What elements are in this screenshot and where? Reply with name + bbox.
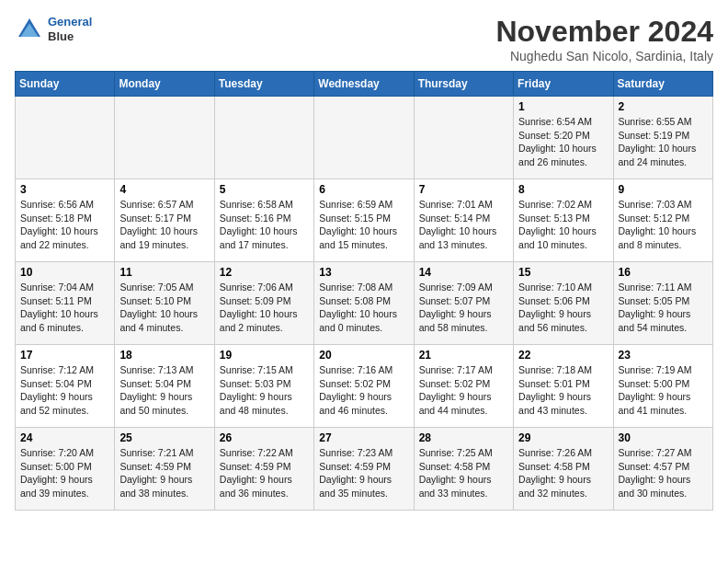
day-info: Sunrise: 7:04 AM Sunset: 5:11 PM Dayligh… [20,281,109,335]
calendar-cell: 6Sunrise: 6:59 AM Sunset: 5:15 PM Daylig… [314,179,414,262]
calendar-cell: 30Sunrise: 7:27 AM Sunset: 4:57 PM Dayli… [613,428,712,511]
week-row-2: 3Sunrise: 6:56 AM Sunset: 5:18 PM Daylig… [16,179,713,262]
day-info: Sunrise: 7:05 AM Sunset: 5:10 PM Dayligh… [119,281,209,335]
day-number: 8 [518,183,608,196]
page-header: General Blue November 2024 Nughedu San N… [15,15,713,63]
day-number: 11 [119,266,209,279]
calendar-cell: 11Sunrise: 7:05 AM Sunset: 5:10 PM Dayli… [115,262,214,345]
day-info: Sunrise: 6:56 AM Sunset: 5:18 PM Dayligh… [20,198,109,252]
week-row-3: 10Sunrise: 7:04 AM Sunset: 5:11 PM Dayli… [16,262,713,345]
day-info: Sunrise: 7:08 AM Sunset: 5:08 PM Dayligh… [319,281,408,335]
calendar-cell: 5Sunrise: 6:58 AM Sunset: 5:16 PM Daylig… [214,179,313,262]
day-info: Sunrise: 6:57 AM Sunset: 5:17 PM Dayligh… [119,198,209,252]
calendar-cell [214,97,313,179]
day-number: 22 [518,349,608,362]
weekday-header-friday: Friday [514,72,613,97]
day-number: 19 [220,349,309,362]
weekday-header-tuesday: Tuesday [214,72,313,97]
calendar-cell: 12Sunrise: 7:06 AM Sunset: 5:09 PM Dayli… [214,262,313,345]
day-number: 30 [619,431,708,444]
calendar-cell: 21Sunrise: 7:17 AM Sunset: 5:02 PM Dayli… [414,345,513,428]
calendar-cell: 8Sunrise: 7:02 AM Sunset: 5:13 PM Daylig… [514,179,613,262]
day-number: 23 [619,349,708,362]
title-block: November 2024 Nughedu San Nicolo, Sardin… [495,15,713,63]
day-number: 28 [419,431,508,444]
calendar-cell [414,97,513,179]
day-number: 6 [319,183,408,196]
calendar-cell: 29Sunrise: 7:26 AM Sunset: 4:58 PM Dayli… [514,428,613,511]
location: Nughedu San Nicolo, Sardinia, Italy [495,49,713,63]
calendar-cell: 13Sunrise: 7:08 AM Sunset: 5:08 PM Dayli… [314,262,414,345]
day-info: Sunrise: 7:09 AM Sunset: 5:07 PM Dayligh… [419,281,508,335]
calendar-cell: 4Sunrise: 6:57 AM Sunset: 5:17 PM Daylig… [115,179,214,262]
day-info: Sunrise: 6:54 AM Sunset: 5:20 PM Dayligh… [518,115,608,169]
day-number: 13 [319,266,408,279]
week-row-5: 24Sunrise: 7:20 AM Sunset: 5:00 PM Dayli… [16,428,713,511]
calendar-cell: 25Sunrise: 7:21 AM Sunset: 4:59 PM Dayli… [115,428,214,511]
day-number: 16 [619,266,708,279]
day-info: Sunrise: 7:06 AM Sunset: 5:09 PM Dayligh… [220,281,309,335]
day-info: Sunrise: 7:20 AM Sunset: 5:00 PM Dayligh… [20,446,109,500]
weekday-header-thursday: Thursday [414,72,513,97]
day-info: Sunrise: 7:27 AM Sunset: 4:57 PM Dayligh… [619,446,708,500]
day-info: Sunrise: 7:17 AM Sunset: 5:02 PM Dayligh… [419,363,508,418]
day-info: Sunrise: 7:13 AM Sunset: 5:04 PM Dayligh… [119,363,209,418]
weekday-header-row: SundayMondayTuesdayWednesdayThursdayFrid… [16,72,713,97]
calendar-cell: 16Sunrise: 7:11 AM Sunset: 5:05 PM Dayli… [613,262,712,345]
calendar-cell [16,97,115,179]
day-number: 12 [220,266,309,279]
day-info: Sunrise: 7:22 AM Sunset: 4:59 PM Dayligh… [220,446,309,500]
day-info: Sunrise: 7:02 AM Sunset: 5:13 PM Dayligh… [518,198,608,252]
day-info: Sunrise: 7:25 AM Sunset: 4:58 PM Dayligh… [419,446,508,500]
day-number: 17 [20,349,109,362]
day-info: Sunrise: 7:03 AM Sunset: 5:12 PM Dayligh… [619,198,708,252]
calendar-cell: 10Sunrise: 7:04 AM Sunset: 5:11 PM Dayli… [16,262,115,345]
day-number: 10 [20,266,109,279]
logo: General Blue [15,15,92,44]
day-info: Sunrise: 7:16 AM Sunset: 5:02 PM Dayligh… [319,363,408,418]
day-info: Sunrise: 7:10 AM Sunset: 5:06 PM Dayligh… [518,281,608,335]
day-number: 21 [419,349,508,362]
calendar-cell [314,97,414,179]
calendar-table: SundayMondayTuesdayWednesdayThursdayFrid… [15,71,713,511]
day-number: 7 [419,183,508,196]
calendar-cell: 1Sunrise: 6:54 AM Sunset: 5:20 PM Daylig… [514,97,613,179]
calendar-cell: 3Sunrise: 6:56 AM Sunset: 5:18 PM Daylig… [16,179,115,262]
logo-icon [15,15,44,44]
day-number: 3 [20,183,109,196]
calendar-cell: 26Sunrise: 7:22 AM Sunset: 4:59 PM Dayli… [214,428,313,511]
day-number: 5 [220,183,309,196]
day-number: 24 [20,431,109,444]
day-number: 14 [419,266,508,279]
calendar-cell: 7Sunrise: 7:01 AM Sunset: 5:14 PM Daylig… [414,179,513,262]
day-info: Sunrise: 7:01 AM Sunset: 5:14 PM Dayligh… [419,198,508,252]
calendar-cell: 18Sunrise: 7:13 AM Sunset: 5:04 PM Dayli… [115,345,214,428]
day-info: Sunrise: 7:21 AM Sunset: 4:59 PM Dayligh… [119,446,209,500]
calendar-cell: 28Sunrise: 7:25 AM Sunset: 4:58 PM Dayli… [414,428,513,511]
calendar-cell: 24Sunrise: 7:20 AM Sunset: 5:00 PM Dayli… [16,428,115,511]
week-row-1: 1Sunrise: 6:54 AM Sunset: 5:20 PM Daylig… [16,97,713,179]
day-number: 25 [119,431,209,444]
day-number: 4 [119,183,209,196]
day-number: 2 [619,100,708,113]
calendar-cell: 19Sunrise: 7:15 AM Sunset: 5:03 PM Dayli… [214,345,313,428]
calendar-cell: 17Sunrise: 7:12 AM Sunset: 5:04 PM Dayli… [16,345,115,428]
week-row-4: 17Sunrise: 7:12 AM Sunset: 5:04 PM Dayli… [16,345,713,428]
day-number: 27 [319,431,408,444]
calendar-cell: 23Sunrise: 7:19 AM Sunset: 5:00 PM Dayli… [613,345,712,428]
day-number: 1 [518,100,608,113]
calendar-cell: 14Sunrise: 7:09 AM Sunset: 5:07 PM Dayli… [414,262,513,345]
day-info: Sunrise: 6:59 AM Sunset: 5:15 PM Dayligh… [319,198,408,252]
day-number: 15 [518,266,608,279]
weekday-header-saturday: Saturday [613,72,712,97]
day-info: Sunrise: 7:26 AM Sunset: 4:58 PM Dayligh… [518,446,608,500]
calendar-cell: 2Sunrise: 6:55 AM Sunset: 5:19 PM Daylig… [613,97,712,179]
day-info: Sunrise: 7:19 AM Sunset: 5:00 PM Dayligh… [619,363,708,418]
day-info: Sunrise: 6:58 AM Sunset: 5:16 PM Dayligh… [220,198,309,252]
calendar-cell: 9Sunrise: 7:03 AM Sunset: 5:12 PM Daylig… [613,179,712,262]
day-info: Sunrise: 7:11 AM Sunset: 5:05 PM Dayligh… [619,281,708,335]
day-number: 26 [220,431,309,444]
day-number: 18 [119,349,209,362]
weekday-header-monday: Monday [115,72,214,97]
day-number: 9 [619,183,708,196]
